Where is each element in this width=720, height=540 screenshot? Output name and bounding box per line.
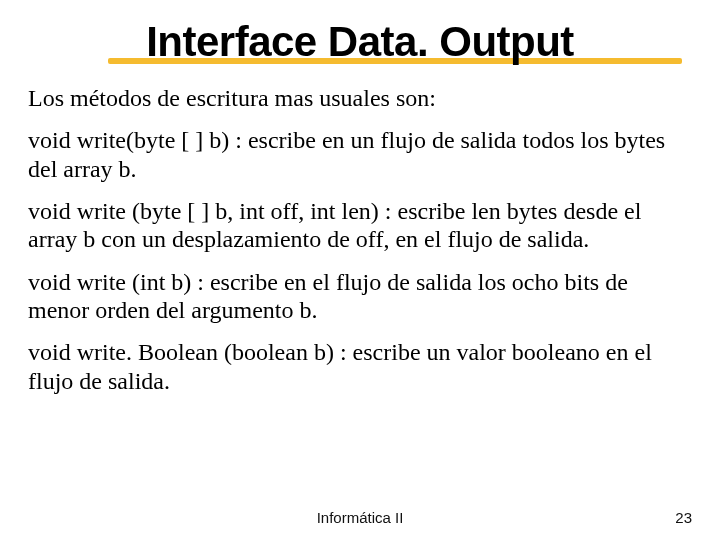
slide: Interface Data. Output Los métodos de es… (0, 0, 720, 540)
paragraph: void write (byte [ ] b, int off, int len… (28, 197, 692, 254)
slide-body: Los métodos de escritura mas usuales son… (28, 84, 692, 395)
footer-course: Informática II (0, 509, 720, 526)
slide-title: Interface Data. Output (146, 18, 574, 66)
paragraph: void write. Boolean (boolean b) : escrib… (28, 338, 692, 395)
footer-page-number: 23 (675, 509, 692, 526)
title-container: Interface Data. Output (28, 18, 692, 72)
intro-text: Los métodos de escritura mas usuales son… (28, 84, 692, 112)
paragraph: void write (int b) : escribe en el flujo… (28, 268, 692, 325)
paragraph: void write(byte [ ] b) : escribe en un f… (28, 126, 692, 183)
